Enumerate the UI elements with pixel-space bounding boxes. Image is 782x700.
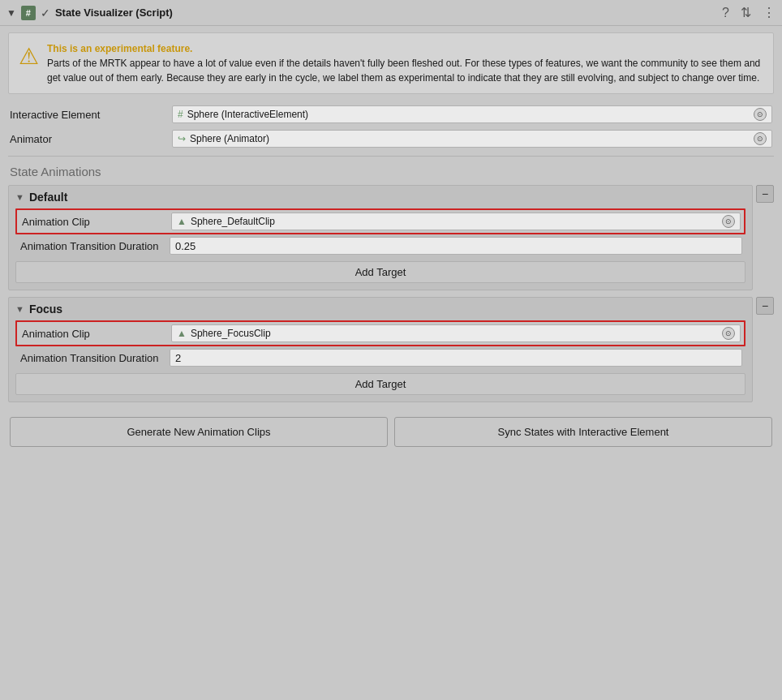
default-remove-button[interactable]: −	[756, 185, 774, 203]
focus-add-target-button[interactable]: Add Target	[15, 373, 745, 395]
default-clip-row: Animation Clip ▲ Sphere_DefaultClip ⊙	[15, 208, 745, 234]
warning-icon: ⚠	[19, 43, 39, 85]
hash-object-icon: #	[178, 109, 183, 120]
panel-content: ⚠ This is an experimental feature. Parts…	[0, 26, 782, 458]
focus-clip-picker-btn[interactable]: ⊙	[722, 327, 735, 340]
generate-clips-button[interactable]: Generate New Animation Clips	[10, 417, 388, 447]
default-clip-value[interactable]: ▲ Sphere_DefaultClip ⊙	[171, 213, 741, 230]
default-clip-picker-btn[interactable]: ⊙	[722, 215, 735, 228]
interactive-element-row: Interactive Element # Sphere (Interactiv…	[8, 102, 774, 127]
focus-duration-row: Animation Transition Duration 2	[15, 349, 745, 367]
title-bar-right: ? ⇅ ⋮	[722, 6, 776, 19]
warning-body: Parts of the MRTK appear to have a lot o…	[47, 56, 763, 85]
default-add-target-button[interactable]: Add Target	[15, 261, 745, 283]
sliders-icon[interactable]: ⇅	[741, 6, 751, 19]
focus-duration-label: Animation Transition Duration	[15, 350, 170, 367]
animator-value[interactable]: ↪ Sphere (Animator) ⊙	[172, 130, 772, 148]
state-visualizer-panel: ▼ # ✓ State Visualizer (Script) ? ⇅ ⋮ ⚠ …	[0, 0, 782, 458]
kebab-icon[interactable]: ⋮	[763, 6, 776, 19]
focus-remove-button[interactable]: −	[756, 297, 774, 315]
default-duration-value[interactable]: 0.25	[170, 237, 742, 255]
focus-clip-row: Animation Clip ▲ Sphere_FocusClip ⊙	[15, 320, 745, 346]
focus-state-title-row: ▼ Focus	[15, 303, 745, 316]
focus-clip-icon: ▲	[177, 328, 187, 339]
interactive-element-value[interactable]: # Sphere (InteractiveElement) ⊙	[172, 105, 772, 123]
default-clip-text: ▲ Sphere_DefaultClip	[177, 216, 275, 227]
default-clip-row-inner: Animation Clip ▲ Sphere_DefaultClip ⊙	[17, 210, 744, 233]
default-clip-icon: ▲	[177, 216, 187, 227]
default-state-title: Default	[29, 191, 67, 204]
warning-box: ⚠ This is an experimental feature. Parts…	[8, 32, 774, 94]
default-state-block: ▼ Default Animation Clip ▲ Sphere_Defaul…	[8, 185, 753, 290]
help-icon[interactable]: ?	[722, 6, 729, 19]
focus-state-title: Focus	[29, 303, 62, 316]
animator-text: ↪ Sphere (Animator)	[178, 133, 269, 144]
default-collapse-arrow[interactable]: ▼	[15, 192, 24, 202]
panel-title: State Visualizer (Script)	[55, 6, 173, 19]
warning-title: This is an experimental feature.	[47, 41, 763, 56]
warning-text-block: This is an experimental feature. Parts o…	[47, 41, 763, 85]
title-bar-left: ▼ # ✓ State Visualizer (Script)	[6, 6, 717, 20]
bottom-buttons: Generate New Animation Clips Sync States…	[8, 412, 774, 452]
divider-1	[8, 156, 774, 157]
hash-badge: #	[21, 6, 36, 20]
default-state-wrapper: ▼ Default Animation Clip ▲ Sphere_Defaul…	[8, 185, 774, 290]
enabled-checkbox[interactable]: ✓	[41, 6, 50, 19]
interactive-element-picker-btn[interactable]: ⊙	[754, 108, 767, 121]
focus-state-wrapper: ▼ Focus Animation Clip ▲ Sphere_FocusCli…	[8, 297, 774, 402]
animator-picker-btn[interactable]: ⊙	[754, 132, 767, 145]
focus-clip-row-inner: Animation Clip ▲ Sphere_FocusClip ⊙	[17, 322, 744, 345]
focus-clip-label: Animation Clip	[17, 325, 171, 342]
focus-duration-value[interactable]: 2	[170, 349, 742, 367]
default-state-title-row: ▼ Default	[15, 191, 745, 204]
interactive-element-text: # Sphere (InteractiveElement)	[178, 109, 308, 120]
focus-clip-value[interactable]: ▲ Sphere_FocusClip ⊙	[171, 324, 741, 342]
animator-obj-icon: ↪	[178, 133, 186, 144]
title-bar: ▼ # ✓ State Visualizer (Script) ? ⇅ ⋮	[0, 0, 782, 26]
animator-row: Animator ↪ Sphere (Animator) ⊙	[8, 127, 774, 151]
sync-states-button[interactable]: Sync States with Interactive Element	[394, 417, 772, 447]
collapse-arrow-icon[interactable]: ▼	[6, 7, 16, 19]
focus-state-block: ▼ Focus Animation Clip ▲ Sphere_FocusCli…	[8, 297, 753, 402]
interactive-element-label: Interactive Element	[10, 109, 172, 121]
animator-label: Animator	[10, 133, 172, 145]
default-duration-row: Animation Transition Duration 0.25	[15, 237, 745, 255]
focus-clip-text: ▲ Sphere_FocusClip	[177, 328, 271, 339]
state-animations-heading: State Animations	[10, 165, 772, 178]
focus-collapse-arrow[interactable]: ▼	[15, 304, 24, 314]
default-duration-label: Animation Transition Duration	[15, 238, 170, 255]
default-clip-label: Animation Clip	[17, 213, 171, 230]
